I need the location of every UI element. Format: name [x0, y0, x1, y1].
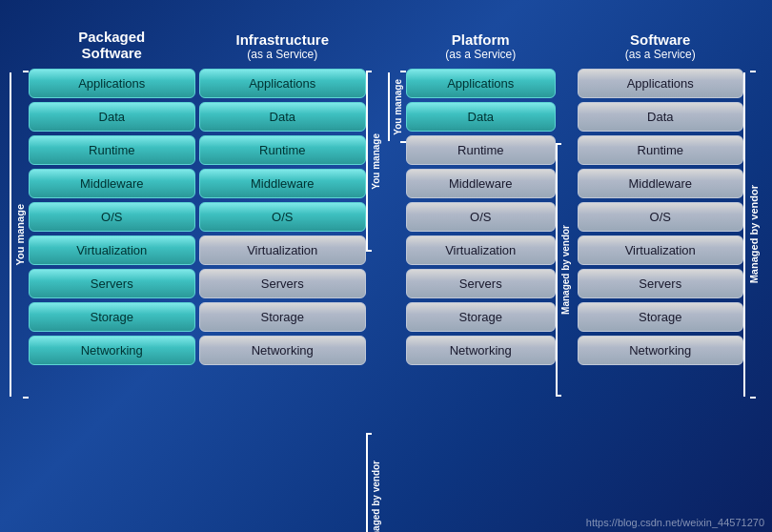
col3: Platform (as a Service) Applications Dat…: [406, 11, 556, 365]
you-manage-brace-col1: You manage: [10, 71, 29, 399]
you-manage-label-col2: You manage: [368, 133, 384, 191]
managed-vendor-label-col3: Managed by vendor: [558, 224, 574, 316]
watermark: https://blog.csdn.net/weixin_44571270: [586, 517, 764, 528]
list-item: Servers: [578, 269, 744, 298]
managed-vendor-brace-col2: Managed by vendor: [366, 433, 384, 532]
list-item: Middleware: [578, 169, 744, 198]
list-item: Data: [29, 102, 195, 132]
col1-wrapper: You manage Packaged Software Application…: [10, 11, 195, 399]
list-item: Storage: [578, 302, 744, 332]
list-item: Virtualization: [406, 235, 556, 265]
list-item: Servers: [199, 269, 367, 298]
list-item: Networking: [29, 336, 195, 365]
you-manage-brace-col2: You manage: [366, 71, 384, 252]
col2-stack: Applications Data Runtime Middleware O/S…: [199, 69, 367, 365]
list-item: Storage: [406, 302, 556, 332]
list-item: Data: [578, 102, 744, 132]
list-item: Middleware: [199, 169, 367, 198]
list-item: Applications: [29, 69, 195, 98]
list-item: Storage: [29, 302, 195, 332]
col1: Packaged Software Applications Data Runt…: [29, 11, 195, 365]
list-item: Middleware: [406, 169, 556, 198]
managed-vendor-label-col2: Managed by vendor: [368, 460, 384, 532]
list-item: O/S: [406, 202, 556, 232]
list-item: Applications: [406, 69, 556, 98]
you-manage-label-col1: You manage: [11, 202, 29, 268]
list-item: Applications: [578, 69, 744, 98]
managed-vendor-brace-col3: Managed by vendor: [556, 143, 574, 397]
col1-title: Packaged Software: [29, 11, 195, 61]
list-item: Runtime: [199, 135, 367, 165]
list-item: Networking: [406, 336, 556, 365]
you-manage-brace-col3: You manage: [388, 71, 406, 143]
col4-stack: Applications Data Runtime Middleware O/S…: [578, 69, 744, 365]
list-item: Networking: [578, 336, 744, 365]
managed-vendor-label-col4: Managed by vendor: [745, 183, 762, 285]
col3-right-braces: Managed by vendor: [556, 71, 574, 397]
col4: Software (as a Service) Applications Dat…: [578, 11, 744, 365]
col3-title: Platform (as a Service): [406, 11, 556, 61]
list-item: O/S: [29, 202, 195, 232]
list-item: Middleware: [29, 169, 195, 198]
list-item: Runtime: [406, 135, 556, 165]
list-item: Servers: [406, 269, 556, 298]
col4-wrapper: Software (as a Service) Applications Dat…: [578, 11, 763, 399]
list-item: Storage: [199, 302, 367, 332]
list-item: Runtime: [29, 135, 195, 165]
list-item: Applications: [199, 69, 367, 98]
col2-wrapper: Infrastructure (as a Service) Applicatio…: [199, 11, 385, 532]
col2-title: Infrastructure (as a Service): [199, 11, 367, 61]
list-item: O/S: [199, 202, 367, 232]
you-manage-label-col3: You manage: [390, 78, 406, 136]
list-item: Data: [406, 102, 556, 132]
col3-stack: Applications Data Runtime Middleware O/S…: [406, 69, 556, 365]
list-item: Servers: [29, 269, 195, 298]
col3-wrapper: You manage Platform (as a Service) Appli…: [388, 11, 574, 397]
list-item: Virtualization: [578, 235, 744, 265]
list-item: O/S: [578, 202, 744, 232]
managed-vendor-brace-col4: Managed by vendor: [743, 71, 762, 399]
col2-braces: You manage Managed by vendor: [366, 71, 384, 532]
main-container: You manage Packaged Software Application…: [0, 0, 772, 532]
list-item: Networking: [199, 336, 367, 365]
list-item: Data: [199, 102, 367, 132]
col3-left-braces: You manage: [388, 71, 406, 143]
list-item: Virtualization: [199, 235, 367, 265]
list-item: Runtime: [578, 135, 744, 165]
col4-title: Software (as a Service): [578, 11, 744, 61]
col2: Infrastructure (as a Service) Applicatio…: [199, 11, 367, 365]
col1-stack: Applications Data Runtime Middleware O/S…: [29, 69, 195, 365]
list-item: Virtualization: [29, 235, 195, 265]
